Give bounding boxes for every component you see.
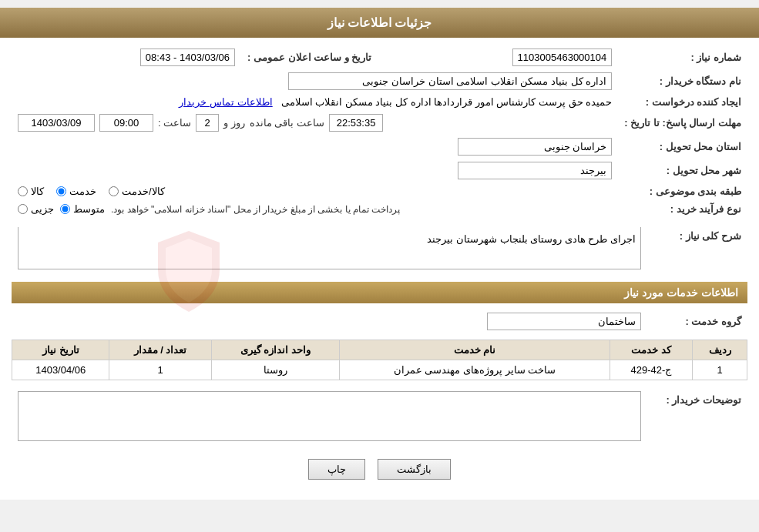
kala-khadamat-radio[interactable] [109,186,119,196]
city-value: بیرجند [12,159,618,182]
button-row: بازگشت چاپ [12,459,747,480]
kala-khadamat-label: کالا/خدمت [122,186,165,197]
deadline-label: مهلت ارسال پاسخ: تا تاریخ : [618,111,747,135]
service-group-table: گروه خدمت : ساختمان [12,309,747,333]
khadamat-label: خدمت [69,186,96,197]
purchase-note: پرداخت تمام یا بخشی از مبلغ خریدار از مح… [111,204,400,215]
need-desc-text: اجرای طرح هادی روستای بلنجاب شهرستان بیر… [18,227,641,269]
cell-quantity: 1 [109,360,211,380]
creator-label: ایجاد کننده درخواست : [618,93,747,111]
jozii-radio[interactable] [18,204,28,214]
jozii-label: جزیی [31,203,54,215]
city-label: شهر محل تحویل : [618,159,747,182]
city-box: بیرجند [458,162,612,179]
buyer-org-box: اداره کل بنیاد مسکن انقلاب اسلامی استان … [288,72,612,90]
col-date: تاریخ نیاز [12,340,109,360]
buyer-org-value: اداره کل بنیاد مسکن انقلاب اسلامی استان … [12,69,618,93]
col-service-code: کد خدمت [610,340,693,360]
cell-date: 1403/04/06 [12,360,109,380]
page-title: جزئیات اطلاعات نیاز [327,16,432,29]
page-wrapper: جزئیات اطلاعات نیاز شماره نیاز : 1103005… [0,8,759,500]
deadline-days: 2 [196,114,219,132]
col-quantity: تعداد / مقدار [109,340,211,360]
motavasset-radio[interactable] [60,204,70,214]
need-desc-label: شرح کلی نیاز : [647,224,747,273]
deadline-date: 1403/03/09 [18,114,95,132]
page-header: جزئیات اطلاعات نیاز [0,8,759,38]
province-box: خراسان جنوبی [458,138,612,156]
cell-service-code: ج-42-429 [610,360,693,380]
back-button[interactable]: بازگشت [378,459,451,480]
buyer-notes-textarea[interactable] [18,391,641,441]
cell-service-name: ساخت سایر پروژه‌های مهندسی عمران [340,360,610,380]
countdown-value: 22:53:35 [329,114,383,132]
creator-link[interactable]: اطلاعات تماس خریدار [179,96,272,108]
category-label: طبقه بندی موضوعی : [618,182,747,200]
announce-date-value: 1403/03/06 - 08:43 [12,45,241,69]
buyer-notes-table: توضیحات خریدار : [12,388,747,447]
service-group-value: ساختمان [12,309,647,333]
cell-unit: روستا [211,360,340,380]
countdown-label: ساعت باقی مانده [250,117,324,129]
motavasset-label: متوسط [73,203,105,215]
creator-value: حمیده حق پرست کارشناس امور قراردادها ادا… [12,93,618,111]
need-number-label: شماره نیاز : [618,45,747,69]
col-row-num: ردیف [693,340,747,360]
need-number-box: 1103005463000104 [512,49,613,66]
category-kala[interactable]: کالا [18,186,44,197]
need-desc-table: شرح کلی نیاز : اجرای طرح هادی روستای بلن… [12,224,747,273]
kala-label: کالا [31,186,44,197]
province-label: استان محل تحویل : [618,135,747,159]
purchase-jozii[interactable]: جزیی [18,203,54,215]
buyer-notes-label: توضیحات خریدار : [647,388,747,447]
table-row: 1 ج-42-429 ساخت سایر پروژه‌های مهندسی عم… [12,360,747,380]
announce-date-box: 1403/03/06 - 08:43 [140,49,235,66]
creator-text: حمیده حق پرست کارشناس امور قراردادها ادا… [281,96,613,108]
print-button[interactable]: چاپ [308,459,365,480]
service-group-box: ساختمان [487,313,641,330]
col-unit: واحد اندازه گیری [211,340,340,360]
khadamat-radio[interactable] [56,186,66,196]
services-section-title: اطلاعات خدمات مورد نیاز [12,282,747,303]
deadline-time: 09:00 [99,114,153,132]
service-group-label: گروه خدمت : [647,309,747,333]
cell-row-num: 1 [693,360,747,380]
need-number-value: 1103005463000104 [378,45,618,69]
kala-radio[interactable] [18,186,28,196]
need-desc-cell: اجرای طرح هادی روستای بلنجاب شهرستان بیر… [12,224,647,273]
purchase-type-label: نوع فرآیند خرید : [618,200,747,218]
deadline-time-label: ساعت : [158,117,191,129]
deadline-days-label: روز و [223,117,245,129]
col-service-name: نام خدمت [340,340,610,360]
announce-date-label: تاریخ و ساعت اعلان عمومی : [241,45,378,69]
buyer-notes-cell [12,388,647,447]
category-kala-khadamat[interactable]: کالا/خدمت [109,186,165,197]
services-table: ردیف کد خدمت نام خدمت واحد اندازه گیری ت… [12,340,747,380]
category-options: کالا/خدمت خدمت کالا [12,182,618,200]
purchase-type-row: پرداخت تمام یا بخشی از مبلغ خریدار از مح… [12,200,618,218]
info-table: شماره نیاز : 1103005463000104 تاریخ و سا… [12,45,747,218]
buyer-org-label: نام دستگاه خریدار : [618,69,747,93]
deadline-row: 22:53:35 ساعت باقی مانده روز و 2 ساعت : … [12,111,618,135]
province-value: خراسان جنوبی [12,135,618,159]
purchase-motavasset[interactable]: متوسط [60,203,105,215]
category-khadamat[interactable]: خدمت [56,186,96,197]
content-area: شماره نیاز : 1103005463000104 تاریخ و سا… [0,38,759,500]
